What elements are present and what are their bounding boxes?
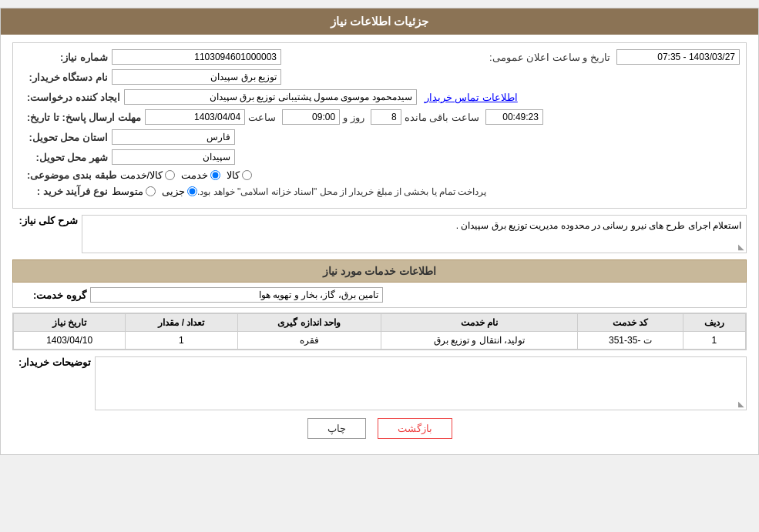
main-content: شماره نیاز: تاریخ و ساعت اعلان عمومی: نا… bbox=[1, 35, 758, 454]
sharh-content: استعلام اجرای طرح های نیرو رسانی در محدو… bbox=[82, 215, 747, 253]
input-mohlat-rooz[interactable] bbox=[371, 109, 401, 125]
input-grooh[interactable] bbox=[90, 287, 383, 303]
radio-kala[interactable]: کالا bbox=[227, 169, 252, 181]
label-saat: ساعت bbox=[248, 112, 276, 123]
label-shomare: شماره نیاز: bbox=[19, 52, 112, 63]
label-mohlat: مهلت ارسال پاسخ: تا تاریخ: bbox=[19, 112, 145, 123]
cell-namKhedmat: تولید، انتقال و توزیع برق bbox=[381, 332, 577, 350]
back-button[interactable]: بازگشت bbox=[378, 418, 452, 439]
tozihat-row: توضیحات خریدار: ◣ bbox=[12, 356, 747, 410]
input-mohlat-baqi[interactable] bbox=[485, 109, 543, 125]
radio-input-khedmat[interactable] bbox=[210, 170, 220, 180]
link-tamas-khardar[interactable]: اطلاعات تماس خریدار bbox=[425, 92, 518, 103]
label-tozihat: توضیحات خریدار: bbox=[12, 356, 95, 368]
label-namdastgah: نام دستگاه خریدار: bbox=[19, 72, 112, 83]
khedamat-title: اطلاعات خدمات مورد نیاز bbox=[323, 265, 437, 277]
label-rooz: روز و bbox=[343, 112, 364, 123]
page-container: جزئیات اطلاعات نیاز شماره نیاز: تاریخ و … bbox=[0, 8, 759, 455]
label-baqi: ساعت باقی مانده bbox=[405, 112, 479, 123]
page-title: جزئیات اطلاعات نیاز bbox=[331, 15, 428, 28]
radio-motevaset[interactable]: متوسط bbox=[112, 186, 156, 197]
label-ijadkonande: ایجاد کننده درخواست: bbox=[19, 92, 124, 103]
input-shomare[interactable] bbox=[112, 49, 281, 65]
cell-vahed: فقره bbox=[237, 332, 381, 350]
radio-tabaghe: کالا/خدمت خدمت کالا bbox=[120, 169, 253, 181]
tozihat-content: ◣ bbox=[95, 356, 747, 410]
radio-jazei[interactable]: جزیی bbox=[162, 186, 197, 197]
input-ijadkonande[interactable] bbox=[124, 89, 417, 105]
label-kala: کالا bbox=[227, 169, 240, 181]
col-nam: نام خدمت bbox=[381, 314, 577, 332]
cell-tedad: 1 bbox=[126, 332, 237, 350]
row-ostan: استان محل تحویل: bbox=[19, 129, 740, 145]
input-mohlat-date[interactable] bbox=[145, 109, 245, 125]
text-nofarayand: پرداخت تمام یا بخشی از مبلغ خریدار از مح… bbox=[197, 186, 486, 197]
col-kod: کد خدمت bbox=[577, 314, 683, 332]
row-shahr: شهر محل تحویل: bbox=[19, 149, 740, 165]
row-namdastgah: نام دستگاه خریدار: bbox=[19, 69, 740, 85]
radio-nofarayand: متوسط جزیی bbox=[112, 186, 197, 197]
page-header: جزئیات اطلاعات نیاز bbox=[1, 8, 758, 35]
input-shahr[interactable] bbox=[112, 149, 235, 165]
col-radif: ردیف bbox=[683, 314, 745, 332]
col-tarikh: تاریخ نیاز bbox=[14, 314, 126, 332]
row-mohlat: مهلت ارسال پاسخ: تا تاریخ: ساعت روز و سا… bbox=[19, 109, 740, 125]
khedamat-table: ردیف کد خدمت نام خدمت واحد اندازه گیری ت… bbox=[13, 313, 746, 350]
row-ijadkonande: ایجاد کننده درخواست: اطلاعات تماس خریدار bbox=[19, 89, 740, 105]
label-tarikh: تاریخ و ساعت اعلان عمومی: bbox=[489, 52, 610, 63]
input-ostan[interactable] bbox=[112, 129, 235, 145]
sharh-row: شرح کلی نیاز: استعلام اجرای طرح های نیرو… bbox=[12, 215, 747, 253]
input-tarikh[interactable] bbox=[616, 49, 740, 65]
buttons-row: بازگشت چاپ bbox=[12, 418, 747, 439]
row-shomare: شماره نیاز: تاریخ و ساعت اعلان عمومی: bbox=[19, 49, 740, 65]
radio-input-motevaset[interactable] bbox=[146, 186, 156, 196]
radio-input-jazei[interactable] bbox=[187, 186, 197, 196]
cell-radif: 1 bbox=[683, 332, 745, 350]
radio-kala-khedmat[interactable]: کالا/خدمت bbox=[120, 169, 176, 181]
table-header-row: ردیف کد خدمت نام خدمت واحد اندازه گیری ت… bbox=[14, 314, 746, 332]
label-khedmat: خدمت bbox=[181, 169, 208, 181]
label-sharh: شرح کلی نیاز: bbox=[12, 215, 82, 226]
label-tabaghe: طبقه بندی موضوعی: bbox=[19, 169, 120, 181]
input-namdastgah[interactable] bbox=[112, 69, 281, 85]
label-kala-khedmat: کالا/خدمت bbox=[120, 169, 163, 181]
khedamat-section-header: اطلاعات خدمات مورد نیاز bbox=[12, 259, 747, 283]
cell-tarikh: 1403/04/10 bbox=[14, 332, 126, 350]
print-button[interactable]: چاپ bbox=[307, 418, 366, 439]
khedamat-table-section: ردیف کد خدمت نام خدمت واحد اندازه گیری ت… bbox=[12, 313, 747, 350]
col-vahed: واحد اندازه گیری bbox=[237, 314, 381, 332]
cell-kodKhedmat: ت -35-351 bbox=[577, 332, 683, 350]
row-nofarayand: نوع فرآیند خرید : متوسط جزیی پرداخت تمام… bbox=[19, 186, 740, 197]
label-nofarayand: نوع فرآیند خرید : bbox=[19, 186, 112, 197]
row-tabaghe: طبقه بندی موضوعی: کالا/خدمت خدمت کالا bbox=[19, 169, 740, 181]
table-row: 1ت -35-351تولید، انتقال و توزیع برقفقره1… bbox=[14, 332, 746, 350]
input-mohlat-saat[interactable] bbox=[282, 109, 340, 125]
grooh-row: گروه خدمت: bbox=[12, 283, 747, 308]
label-motevaset: متوسط bbox=[112, 186, 143, 197]
radio-khedmat[interactable]: خدمت bbox=[181, 169, 220, 181]
radio-input-kala[interactable] bbox=[242, 170, 252, 180]
label-grooh: گروه خدمت: bbox=[21, 289, 90, 301]
label-ostan: استان محل تحویل: bbox=[19, 132, 112, 143]
col-tedad: تعداد / مقدار bbox=[126, 314, 237, 332]
label-shahr: شهر محل تحویل: bbox=[19, 152, 112, 163]
label-jazei: جزیی bbox=[162, 186, 185, 197]
radio-input-kala-khedmat[interactable] bbox=[165, 170, 175, 180]
sharh-text: استعلام اجرای طرح های نیرو رسانی در محدو… bbox=[456, 220, 741, 231]
main-form-section: شماره نیاز: تاریخ و ساعت اعلان عمومی: نا… bbox=[12, 42, 747, 209]
